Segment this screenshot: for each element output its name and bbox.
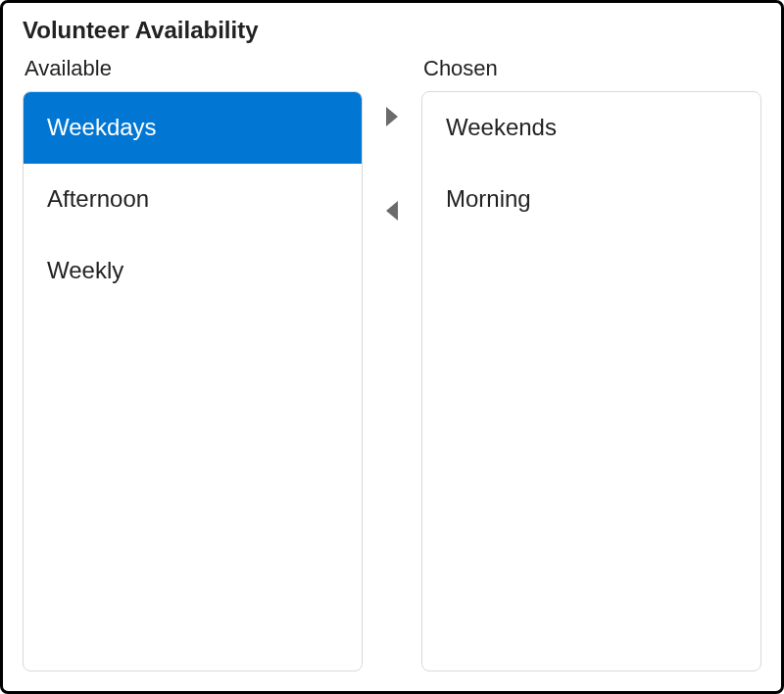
chevron-left-icon [382,199,402,223]
dueling-picklist-body: Available Weekdays Afternoon Weekly Chos… [23,56,761,671]
available-option[interactable]: Weekly [24,235,362,307]
move-right-button[interactable] [374,99,410,134]
chosen-label: Chosen [421,56,761,81]
chosen-listbox[interactable]: Weekends Morning [421,91,761,671]
chosen-option[interactable]: Weekends [422,92,760,164]
dueling-picklist: Volunteer Availability Available Weekday… [0,0,784,694]
section-title: Volunteer Availability [23,17,761,44]
available-listbox[interactable]: Weekdays Afternoon Weekly [23,91,363,671]
move-controls [363,56,421,671]
available-option[interactable]: Afternoon [24,164,362,235]
chosen-column: Chosen Weekends Morning [421,56,761,671]
available-option[interactable]: Weekdays [24,92,362,164]
chosen-option[interactable]: Morning [422,164,760,235]
available-label: Available [23,56,363,81]
move-left-button[interactable] [374,193,410,228]
chevron-right-icon [382,105,402,128]
available-column: Available Weekdays Afternoon Weekly [23,56,363,671]
